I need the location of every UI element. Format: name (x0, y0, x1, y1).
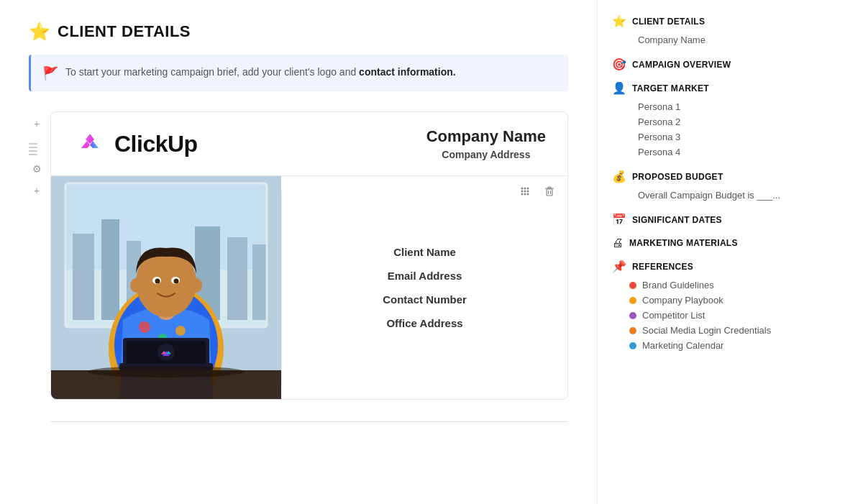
delete-block-button[interactable] (540, 182, 559, 201)
sidebar-person-icon: 👤 (612, 81, 626, 95)
svg-point-2 (527, 188, 529, 190)
svg-point-39 (130, 278, 142, 293)
page-layout: ⭐ CLIENT DETAILS 🚩 To start your marketi… (0, 0, 863, 504)
sidebar-item-competitor-list[interactable]: Competitor List (612, 308, 784, 323)
svg-rect-9 (547, 189, 552, 196)
svg-point-5 (527, 191, 529, 193)
company-info: Company Name Company Address (426, 127, 546, 160)
sidebar-item-company-name[interactable]: Company Name (612, 32, 784, 47)
add-below-button[interactable]: + (29, 183, 45, 198)
svg-rect-21 (227, 237, 247, 320)
company-logo-area: ClickUp (73, 127, 198, 161)
company-header-card: ClickUp Company Name Company Address (50, 111, 568, 175)
sidebar-target-market-label: TARGET MARKET (632, 83, 709, 93)
sidebar-section-budget[interactable]: 💰 PROPOSED BUDGET (612, 170, 784, 183)
star-icon: ⭐ (29, 22, 50, 42)
sidebar: ⭐ CLIENT DETAILS Company Name 🎯 CAMPAIGN… (597, 0, 798, 504)
sidebar-pin-icon: 📌 (612, 260, 626, 273)
sidebar-star-icon: ⭐ (612, 14, 626, 28)
card-inner: Client Name Email Address Contact Number… (51, 176, 567, 399)
svg-point-40 (191, 278, 202, 293)
blue-dot (629, 342, 636, 349)
gear-icon: ⚙ (32, 163, 42, 175)
brand-guidelines-text: Brand Guidelines (642, 280, 714, 290)
office-label: Office Address (386, 313, 462, 333)
image-card-wrapper: Client Name Email Address Contact Number… (50, 175, 568, 400)
social-media-text: Social Media Login Credentials (642, 325, 771, 336)
bottom-divider (50, 421, 568, 422)
card-area: ClickUp Company Name Company Address (50, 111, 568, 422)
plus-below-icon: + (34, 185, 40, 196)
page-title-row: ⭐ CLIENT DETAILS (29, 22, 568, 42)
sidebar-item-persona-3[interactable]: Persona 3 (612, 129, 784, 145)
sidebar-section-client-details[interactable]: ⭐ CLIENT DETAILS (612, 14, 784, 28)
sidebar-calendar-icon: 📅 (612, 213, 626, 226)
sidebar-section-references[interactable]: 📌 REFERENCES (612, 260, 784, 273)
settings-button[interactable]: ⚙ (29, 161, 45, 177)
sidebar-target-icon: 🎯 (612, 58, 626, 71)
add-block-button[interactable]: + (29, 116, 45, 132)
svg-point-38 (174, 279, 179, 284)
svg-point-6 (521, 193, 524, 196)
svg-rect-22 (252, 244, 267, 320)
side-controls: + ⚙ + (29, 111, 45, 198)
profile-photo (51, 176, 281, 399)
clickup-logomark (73, 127, 107, 161)
sidebar-references-label: REFERENCES (632, 262, 693, 272)
yellow-dot (629, 297, 636, 304)
phone-label: Contact Number (383, 290, 467, 309)
sidebar-section-target-market[interactable]: 👤 TARGET MARKET (612, 81, 784, 95)
sidebar-section-dates[interactable]: 📅 SIGNIFICANT DATES (612, 213, 784, 226)
orange-dot (629, 327, 636, 334)
info-banner: 🚩 To start your marketing campaign brief… (29, 55, 568, 91)
sidebar-item-brand-guidelines[interactable]: Brand Guidelines (612, 278, 784, 293)
svg-point-46 (87, 366, 245, 377)
sidebar-marketing-label: MARKETING MATERIALS (629, 238, 738, 248)
sidebar-item-company-playbook[interactable]: Company Playbook (612, 293, 784, 308)
sidebar-item-social-media[interactable]: Social Media Login Credentials (612, 323, 784, 338)
image-card-controls (516, 182, 559, 201)
sidebar-campaign-label: CAMPAIGN OVERVIEW (632, 60, 731, 70)
drag-grid-button[interactable] (516, 182, 534, 201)
svg-rect-17 (73, 234, 94, 320)
trash-icon (544, 186, 554, 196)
sidebar-printer-icon: 🖨 (612, 237, 624, 249)
svg-point-1 (524, 188, 526, 190)
sidebar-item-persona-2[interactable]: Persona 2 (612, 114, 784, 129)
sidebar-dates-label: SIGNIFICANT DATES (632, 215, 722, 225)
content-wrapper: + ⚙ + (29, 111, 568, 422)
sidebar-section-campaign-overview[interactable]: 🎯 CAMPAIGN OVERVIEW (612, 58, 784, 71)
drag-handle[interactable] (29, 137, 45, 155)
purple-dot (629, 312, 636, 319)
grid-icon (520, 186, 530, 196)
svg-rect-11 (548, 187, 551, 188)
sidebar-item-marketing-calendar[interactable]: Marketing Calendar (612, 338, 784, 353)
svg-point-37 (155, 279, 160, 284)
competitor-list-text: Competitor List (642, 310, 705, 321)
sidebar-budget-label: PROPOSED BUDGET (632, 172, 723, 182)
plus-icon: + (34, 118, 40, 129)
clickup-wordmark: ClickUp (114, 131, 198, 157)
sidebar-item-persona-4[interactable]: Persona 4 (612, 145, 784, 160)
svg-point-28 (175, 326, 186, 336)
sidebar-item-overall-budget[interactable]: Overall Campaign Budget is ___... (612, 188, 784, 203)
clickup-logo: ClickUp (73, 127, 198, 161)
company-address-label: Company Address (426, 149, 546, 160)
info-banner-text: To start your marketing campaign brief, … (65, 65, 456, 80)
company-name-label: Company Name (426, 127, 546, 146)
svg-point-26 (139, 321, 150, 333)
flag-icon: 🚩 (42, 65, 58, 81)
sidebar-item-persona-1[interactable]: Persona 1 (612, 99, 784, 114)
sidebar-money-icon: 💰 (612, 170, 626, 183)
svg-rect-18 (101, 219, 119, 320)
svg-point-3 (521, 191, 524, 193)
sidebar-section-marketing[interactable]: 🖨 MARKETING MATERIALS (612, 237, 784, 249)
main-content: ⭐ CLIENT DETAILS 🚩 To start your marketi… (0, 0, 597, 504)
svg-point-7 (524, 193, 526, 196)
email-label: Email Address (388, 266, 462, 285)
red-dot (629, 282, 636, 289)
marketing-calendar-text: Marketing Calendar (642, 340, 723, 351)
sidebar-client-details-label: CLIENT DETAILS (632, 17, 705, 27)
svg-point-0 (521, 188, 524, 190)
company-playbook-text: Company Playbook (642, 295, 723, 306)
